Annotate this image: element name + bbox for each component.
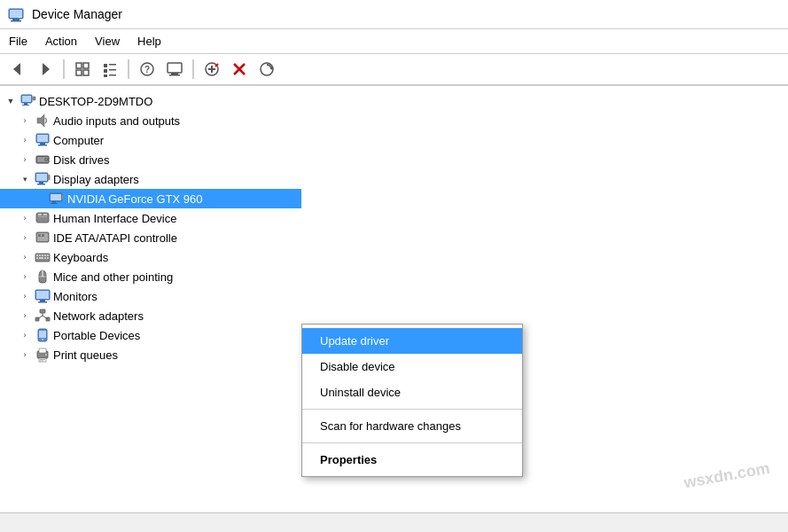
- svg-rect-21: [169, 74, 180, 76]
- expand-disk-icon: ›: [18, 153, 32, 167]
- svg-rect-88: [39, 348, 46, 353]
- context-menu-sep-1: [302, 409, 522, 410]
- svg-rect-65: [42, 254, 43, 256]
- computer-label: Computer: [53, 134, 298, 147]
- forward-button[interactable]: [33, 58, 58, 81]
- keyboard-icon: [35, 249, 51, 265]
- scan-button[interactable]: [254, 58, 279, 81]
- svg-rect-16: [109, 74, 116, 76]
- tree-nvidia[interactable]: NVIDIA GeForce GTX 960: [0, 189, 301, 208]
- svg-rect-56: [43, 214, 47, 215]
- audio-icon: [35, 113, 51, 129]
- ide-icon: [35, 230, 51, 246]
- context-menu-properties[interactable]: Properties: [302, 447, 522, 473]
- tree-root[interactable]: ▼ DESKTOP-2D9MTDO: [0, 91, 301, 111]
- tree-portable[interactable]: › Portable Devices: [0, 325, 301, 345]
- svg-rect-31: [22, 96, 31, 102]
- tree-computer[interactable]: › Computer: [0, 130, 301, 150]
- expand-audio-icon: ›: [18, 113, 32, 128]
- context-menu-scan-hardware[interactable]: Scan for hardware changes: [302, 413, 522, 439]
- tree-mice[interactable]: › Mice and other pointing: [0, 267, 301, 286]
- svg-rect-38: [40, 143, 45, 145]
- context-menu-disable-device[interactable]: Disable device: [302, 354, 522, 379]
- delete-button[interactable]: [227, 58, 252, 81]
- app-icon: [7, 5, 25, 23]
- mouse-icon: [35, 269, 51, 285]
- svg-rect-14: [109, 69, 116, 71]
- window-title: Device Manager: [32, 7, 122, 21]
- svg-rect-51: [52, 201, 56, 203]
- svg-rect-1: [12, 19, 20, 20]
- desktop-icon: [20, 93, 36, 109]
- title-bar: Device Manager: [0, 0, 788, 29]
- mice-label: Mice and other pointing: [53, 270, 298, 284]
- svg-rect-11: [104, 64, 107, 67]
- display-button[interactable]: [162, 58, 187, 81]
- disk-label: Disk drives: [53, 153, 298, 167]
- context-menu: Update driver Disable device Uninstall d…: [301, 324, 523, 477]
- context-menu-sep-2: [302, 442, 522, 443]
- svg-rect-45: [36, 174, 47, 181]
- monitors-icon: [35, 288, 51, 304]
- tree-hid[interactable]: › Human Interface Device: [0, 208, 301, 228]
- svg-rect-67: [47, 254, 49, 256]
- svg-rect-12: [109, 64, 116, 66]
- computer-icon: [35, 132, 51, 148]
- context-menu-update-driver[interactable]: Update driver: [302, 328, 522, 354]
- expand-root-icon: ▼: [4, 94, 18, 108]
- expand-network-icon: ›: [18, 309, 32, 323]
- menu-bar: File Action View Help: [0, 29, 788, 54]
- add-driver-button[interactable]: [199, 58, 224, 81]
- tree-ide[interactable]: › IDE ATA/ATAPI controlle: [0, 228, 301, 247]
- svg-rect-7: [76, 63, 82, 68]
- expand-portable-icon: ›: [18, 328, 32, 342]
- nvidia-label: NVIDIA GeForce GTX 960: [67, 192, 298, 206]
- svg-point-92: [45, 354, 47, 356]
- svg-rect-37: [37, 135, 48, 142]
- print-icon: [35, 347, 51, 363]
- help-button[interactable]: ?: [135, 58, 160, 81]
- nvidia-icon: [49, 191, 65, 207]
- svg-rect-78: [40, 309, 45, 313]
- tree-display[interactable]: ▾ Display adapters: [0, 169, 301, 189]
- tree-monitors[interactable]: › Monitors: [0, 286, 301, 306]
- svg-rect-46: [39, 182, 43, 184]
- network-icon: [35, 308, 51, 324]
- svg-rect-13: [104, 69, 107, 73]
- tree-print[interactable]: › Print queues: [0, 345, 301, 364]
- status-bar: [0, 512, 788, 532]
- svg-rect-33: [22, 105, 29, 106]
- svg-rect-52: [51, 203, 58, 204]
- menu-file[interactable]: File: [0, 31, 36, 51]
- monitors-label: Monitors: [53, 290, 298, 303]
- svg-rect-3: [10, 10, 22, 18]
- svg-marker-5: [13, 63, 20, 75]
- tree-view: ▼ DESKTOP-2D9MTDO › Audio: [0, 90, 301, 366]
- tree-network[interactable]: › Network adapters: [0, 306, 301, 325]
- device-list-button[interactable]: [98, 58, 122, 81]
- tree-keyboard[interactable]: › Keyboards: [0, 247, 301, 267]
- svg-rect-19: [168, 63, 182, 73]
- svg-rect-68: [36, 257, 38, 259]
- print-label: Print queues: [53, 348, 298, 362]
- menu-action[interactable]: Action: [36, 31, 86, 51]
- display-label: Display adapters: [53, 173, 298, 186]
- disk-icon: [35, 152, 51, 168]
- tree-audio[interactable]: › Audio inputs and outputs: [0, 111, 301, 130]
- hid-icon: [35, 210, 51, 226]
- expand-print-icon: ›: [18, 348, 32, 362]
- svg-rect-32: [24, 103, 27, 105]
- back-button[interactable]: [5, 58, 30, 81]
- toolbar-sep-1: [63, 59, 65, 79]
- update-driver-label: Update driver: [320, 334, 389, 348]
- svg-rect-8: [83, 63, 89, 68]
- menu-help[interactable]: Help: [129, 31, 170, 51]
- svg-rect-90: [40, 359, 45, 360]
- device-view-button[interactable]: [70, 58, 95, 81]
- tree-disk[interactable]: › Disk drives: [0, 150, 301, 169]
- disable-device-label: Disable device: [320, 360, 395, 373]
- expand-display-icon: ▾: [18, 172, 32, 186]
- scan-hardware-label: Scan for hardware changes: [320, 419, 461, 433]
- context-menu-uninstall-device[interactable]: Uninstall device: [302, 379, 522, 405]
- menu-view[interactable]: View: [86, 31, 129, 51]
